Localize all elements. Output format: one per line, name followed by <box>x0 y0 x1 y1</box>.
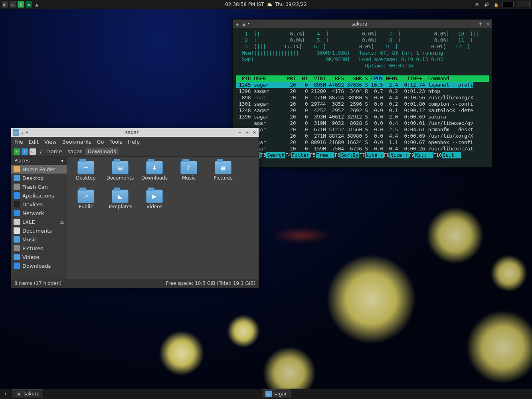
folder-icon: ▶ <box>146 190 163 203</box>
app-icon: ▪ <box>234 21 241 27</box>
place-icon <box>14 184 20 190</box>
sidebar: Places▾ Home Folder Desktop Trash Can Ap… <box>11 157 67 279</box>
window-title: sagar <box>28 130 235 135</box>
place-icon <box>14 245 20 251</box>
folder-public[interactable]: ↗ Public <box>69 190 103 218</box>
place-icon <box>14 263 20 269</box>
sidebar-item-videos[interactable]: Videos <box>11 253 67 261</box>
bokeh <box>160 331 204 375</box>
folder-icon: ♪ <box>180 161 197 174</box>
breadcrumb: /homesagarDownloads <box>38 148 119 155</box>
minimize-button[interactable]: – <box>237 130 243 135</box>
menu-go[interactable]: Go <box>97 139 104 145</box>
tray-box[interactable] <box>517 2 530 7</box>
sidebar-item-trash-can[interactable]: Trash Can <box>11 182 67 191</box>
menu-bookmarks[interactable]: Bookmarks <box>62 139 91 145</box>
filemanager-window: ▬ ▲ • sagar – + × FileEditViewBookmarksG… <box>11 128 259 288</box>
taskbar-item-sakura[interactable]: ▪ sakura <box>12 389 43 398</box>
close-button[interactable]: × <box>251 130 257 135</box>
folder-downloads[interactable]: ⬇ Downloads <box>137 161 172 190</box>
date: Thu 09/22/22 <box>275 2 307 7</box>
place-icon <box>14 236 20 243</box>
minimize-button[interactable]: – <box>471 21 476 27</box>
status-freespace: Free space: 10.3 GiB (Total: 19.1 GiB) <box>166 280 255 286</box>
terminal-icon[interactable]: ▮ <box>18 1 24 8</box>
bokeh <box>427 207 483 263</box>
menu-icon[interactable]: ◐ <box>2 1 8 8</box>
bokeh <box>327 255 415 343</box>
up-icon[interactable]: ▲ <box>19 129 26 136</box>
place-icon <box>14 210 20 216</box>
up-arrow-icon[interactable]: ▲ <box>34 1 40 8</box>
volume-icon[interactable]: 🔊 <box>483 1 490 8</box>
place-icon <box>14 227 20 234</box>
fm-titlebar[interactable]: ▬ ▲ • sagar – + × <box>11 128 259 137</box>
place-icon <box>14 254 20 260</box>
folder-music[interactable]: ♪ Music <box>172 161 206 190</box>
menu-file[interactable]: File <box>14 139 23 145</box>
icon-view[interactable]: ▭ Desktop ▤ Documents ⬇ Downloads ♪ Musi… <box>67 157 259 279</box>
crumb-root[interactable]: / <box>38 148 44 155</box>
home-icon[interactable]: ⬆ <box>22 148 28 155</box>
sidebar-item-home-folder[interactable]: Home Folder <box>11 165 67 174</box>
folder-documents[interactable]: ▤ Documents <box>103 161 137 190</box>
bottom-panel: ✦ ▪ sakura ▬ sagar <box>0 389 532 399</box>
menu-edit[interactable]: Edit <box>29 139 39 145</box>
folder-icon: ▬ <box>265 391 272 397</box>
sidebar-item-applications[interactable]: Applications <box>11 191 67 200</box>
taskbar-item-sagar[interactable]: ▬ sagar <box>262 389 291 398</box>
new-tab-icon[interactable]: + <box>14 148 20 155</box>
folder-videos[interactable]: ▶ Videos <box>137 190 172 218</box>
sidebar-item-music[interactable]: Music <box>11 235 67 244</box>
crumb-home[interactable]: home <box>45 148 64 155</box>
terminal-window: ▪ ▲ • sakura – + × 1 [| 0.7%] 4 [ 0.0%] … <box>232 19 492 168</box>
top-panel: ◐ ▭ ▮ ▪ ▲ 02:38:58 PM IST ⛅ Thu 09/22/22… <box>0 0 532 9</box>
bokeh <box>467 311 532 383</box>
chevron-down-icon: ▾ <box>61 158 63 164</box>
places-header[interactable]: Places▾ <box>11 157 67 165</box>
statusbar: 8 items (17 hidden) Free space: 10.3 GiB… <box>11 279 259 288</box>
clock: 02:38:58 PM IST <box>225 2 264 7</box>
bokeh <box>271 227 331 243</box>
maximize-button[interactable]: + <box>478 21 483 27</box>
folder-pictures[interactable]: ▦ Pictures <box>206 161 240 190</box>
place-icon <box>14 219 20 225</box>
terminal-titlebar[interactable]: ▪ ▲ • sakura – + × <box>233 20 492 28</box>
status-items: 8 items (17 hidden) <box>14 280 61 286</box>
eject-icon[interactable]: ⏏ <box>59 219 64 225</box>
up-icon[interactable]: ▲ <box>241 21 247 27</box>
maximize-button[interactable]: + <box>244 130 250 135</box>
place-icon <box>14 192 20 199</box>
weather-icon: ⛅ <box>267 2 273 7</box>
sidebar-item-documents[interactable]: Documents <box>11 226 67 235</box>
network-icon[interactable]: ⊞ <box>474 1 480 8</box>
menubar: FileEditViewBookmarksGoToolsHelp <box>11 137 259 146</box>
sidebar-item-lxle[interactable]: LXLE⏏ <box>11 217 67 226</box>
filemanager-icon[interactable]: ▭ <box>10 1 16 8</box>
folder-icon: ▬ <box>13 129 19 136</box>
crumb-Downloads[interactable]: Downloads <box>85 148 119 155</box>
app-icon[interactable]: ▪ <box>26 1 32 8</box>
sidebar-item-downloads[interactable]: Downloads <box>11 261 67 270</box>
terminal-body[interactable]: 1 [| 0.7%] 4 [ 0.0%] 7 [ 0.0%] 10 [|| 1.… <box>233 28 492 167</box>
bokeh <box>491 255 527 291</box>
show-desktop-icon[interactable]: ✦ <box>2 391 9 397</box>
folder-icon: ▤ <box>112 161 129 174</box>
menu-help[interactable]: Help <box>128 139 140 145</box>
sidebar-item-devices[interactable]: Devices <box>11 200 67 209</box>
tray-box[interactable] <box>502 2 514 7</box>
folder-desktop[interactable]: ▭ Desktop <box>69 161 103 190</box>
menu-view[interactable]: View <box>44 139 57 145</box>
sidebar-item-desktop[interactable]: Desktop <box>11 174 67 182</box>
drive-icon[interactable]: ▭ <box>30 148 36 155</box>
sidebar-item-network[interactable]: Network <box>11 209 67 217</box>
bokeh <box>227 315 259 347</box>
crumb-sagar[interactable]: sagar <box>65 148 84 155</box>
folder-icon: ▦ <box>215 161 231 174</box>
lock-icon[interactable]: 🔒 <box>493 1 499 8</box>
sidebar-item-pictures[interactable]: Pictures <box>11 244 67 253</box>
close-button[interactable]: × <box>485 21 490 27</box>
place-icon <box>14 175 20 181</box>
menu-tools[interactable]: Tools <box>109 139 122 145</box>
folder-templates[interactable]: ◣ Templates <box>103 190 137 218</box>
